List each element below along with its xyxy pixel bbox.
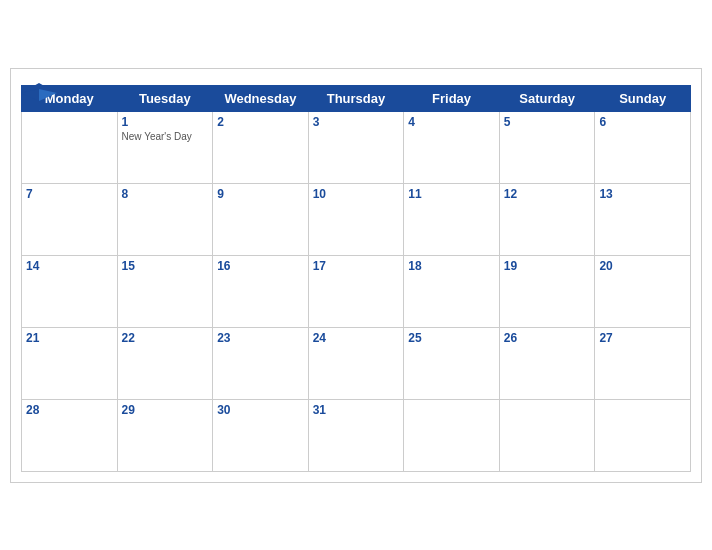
calendar-cell: 7	[22, 183, 118, 255]
calendar-cell	[499, 399, 595, 471]
day-number: 22	[122, 331, 209, 345]
weekday-header: Saturday	[499, 85, 595, 111]
weekday-header: Wednesday	[213, 85, 309, 111]
calendar-cell: 28	[22, 399, 118, 471]
day-number: 20	[599, 259, 686, 273]
day-number: 8	[122, 187, 209, 201]
day-number: 10	[313, 187, 400, 201]
calendar-cell: 17	[308, 255, 404, 327]
calendar-cell: 3	[308, 111, 404, 183]
calendar-cell: 16	[213, 255, 309, 327]
day-number: 11	[408, 187, 495, 201]
calendar-cell	[404, 399, 500, 471]
calendar-cell: 23	[213, 327, 309, 399]
day-number: 26	[504, 331, 591, 345]
calendar-thead: MondayTuesdayWednesdayThursdayFridaySatu…	[22, 85, 691, 111]
calendar-cell: 8	[117, 183, 213, 255]
calendar-cell: 27	[595, 327, 691, 399]
day-number: 5	[504, 115, 591, 129]
calendar-cell: 9	[213, 183, 309, 255]
day-number: 17	[313, 259, 400, 273]
calendar-cell: 29	[117, 399, 213, 471]
calendar-cell: 1New Year's Day	[117, 111, 213, 183]
day-number: 4	[408, 115, 495, 129]
day-number: 12	[504, 187, 591, 201]
day-number: 2	[217, 115, 304, 129]
day-number: 15	[122, 259, 209, 273]
day-number: 1	[122, 115, 209, 129]
calendar-cell: 19	[499, 255, 595, 327]
logo-area	[21, 79, 59, 107]
calendar-cell: 20	[595, 255, 691, 327]
logo-bird-icon	[21, 79, 57, 107]
weekday-header: Tuesday	[117, 85, 213, 111]
day-number: 31	[313, 403, 400, 417]
day-number: 19	[504, 259, 591, 273]
day-number: 7	[26, 187, 113, 201]
calendar-wrapper: MondayTuesdayWednesdayThursdayFridaySatu…	[10, 68, 702, 483]
calendar-cell: 11	[404, 183, 500, 255]
day-number: 9	[217, 187, 304, 201]
calendar-cell: 4	[404, 111, 500, 183]
day-number: 29	[122, 403, 209, 417]
calendar-cell: 26	[499, 327, 595, 399]
weekday-header-row: MondayTuesdayWednesdayThursdayFridaySatu…	[22, 85, 691, 111]
calendar-cell: 30	[213, 399, 309, 471]
day-number: 21	[26, 331, 113, 345]
calendar-week-row: 78910111213	[22, 183, 691, 255]
day-number: 14	[26, 259, 113, 273]
calendar-cell	[595, 399, 691, 471]
logo-container	[21, 79, 59, 107]
calendar-body: 1New Year's Day2345678910111213141516171…	[22, 111, 691, 471]
calendar-week-row: 14151617181920	[22, 255, 691, 327]
calendar-table: MondayTuesdayWednesdayThursdayFridaySatu…	[21, 85, 691, 472]
day-number: 16	[217, 259, 304, 273]
calendar-week-row: 1New Year's Day23456	[22, 111, 691, 183]
day-number: 3	[313, 115, 400, 129]
day-number: 28	[26, 403, 113, 417]
calendar-cell: 14	[22, 255, 118, 327]
day-number: 30	[217, 403, 304, 417]
weekday-header: Sunday	[595, 85, 691, 111]
calendar-cell: 2	[213, 111, 309, 183]
calendar-cell: 12	[499, 183, 595, 255]
calendar-week-row: 28293031	[22, 399, 691, 471]
weekday-header: Thursday	[308, 85, 404, 111]
day-number: 6	[599, 115, 686, 129]
calendar-cell: 5	[499, 111, 595, 183]
calendar-cell: 25	[404, 327, 500, 399]
day-number: 13	[599, 187, 686, 201]
calendar-cell: 31	[308, 399, 404, 471]
calendar-cell: 24	[308, 327, 404, 399]
weekday-header: Friday	[404, 85, 500, 111]
calendar-cell: 13	[595, 183, 691, 255]
day-number: 23	[217, 331, 304, 345]
calendar-cell	[22, 111, 118, 183]
calendar-week-row: 21222324252627	[22, 327, 691, 399]
calendar-cell: 15	[117, 255, 213, 327]
calendar-cell: 10	[308, 183, 404, 255]
day-number: 18	[408, 259, 495, 273]
calendar-cell: 6	[595, 111, 691, 183]
day-number: 24	[313, 331, 400, 345]
calendar-cell: 18	[404, 255, 500, 327]
day-number: 27	[599, 331, 686, 345]
calendar-cell: 22	[117, 327, 213, 399]
holiday-label: New Year's Day	[122, 131, 209, 142]
day-number: 25	[408, 331, 495, 345]
calendar-cell: 21	[22, 327, 118, 399]
